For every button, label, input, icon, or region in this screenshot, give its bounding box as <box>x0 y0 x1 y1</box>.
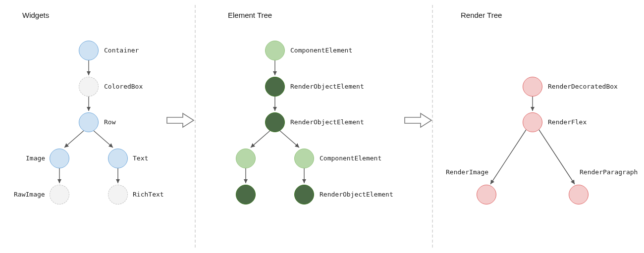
node-container <box>79 41 99 60</box>
node-componentelement-1 <box>265 41 285 60</box>
label-renderobjectelement-1: RenderObjectElement <box>290 83 364 90</box>
svg-line-9 <box>280 131 299 148</box>
divider-1 <box>195 5 196 248</box>
node-renderdecoratedbox <box>523 77 542 97</box>
svg-line-3 <box>94 131 113 148</box>
node-renderobjectelement-right <box>294 185 314 204</box>
node-text <box>108 149 128 168</box>
label-renderimage: RenderImage <box>446 168 488 176</box>
node-renderobjectelement-left <box>236 185 256 204</box>
node-renderimage <box>477 185 496 204</box>
diagram-canvas: Widgets Element Tree Render Tree <box>0 0 644 253</box>
label-componentelement-right: ComponentElement <box>320 154 381 162</box>
node-coloredbox <box>79 77 99 97</box>
label-renderparagraph: RenderParagraph <box>580 168 638 176</box>
svg-line-14 <box>539 130 575 184</box>
label-renderobjectelement-right: RenderObjectElement <box>320 191 393 198</box>
node-componentelement-right <box>294 149 314 168</box>
section-title-element-tree: Element Tree <box>228 11 272 19</box>
label-container: Container <box>104 47 139 54</box>
label-renderobjectelement-2: RenderObjectElement <box>290 118 364 126</box>
node-renderflex <box>523 112 542 132</box>
node-rawimage <box>50 185 69 204</box>
svg-line-13 <box>490 130 526 184</box>
node-renderparagraph <box>569 185 589 204</box>
label-row: Row <box>104 118 115 126</box>
svg-line-2 <box>64 131 84 148</box>
section-title-widgets: Widgets <box>22 11 49 19</box>
node-renderobjectelement-2 <box>265 112 285 132</box>
node-componentelement-left <box>236 149 256 168</box>
label-componentelement-1: ComponentElement <box>290 47 352 54</box>
label-image: Image <box>26 154 45 162</box>
label-richtext: RichText <box>133 191 164 198</box>
node-image <box>50 149 69 168</box>
label-renderflex: RenderFlex <box>548 118 587 126</box>
label-coloredbox: ColoredBox <box>104 83 143 90</box>
arrow-elements-to-render <box>404 111 432 129</box>
node-renderobjectelement-1 <box>265 77 285 97</box>
node-row <box>79 112 99 132</box>
label-renderdecoratedbox: RenderDecoratedBox <box>548 83 618 90</box>
arrow-widgets-to-elements <box>166 111 195 129</box>
label-text: Text <box>133 154 148 162</box>
label-rawimage: RawImage <box>14 191 45 198</box>
section-title-render-tree: Render Tree <box>461 11 502 19</box>
node-richtext <box>108 185 128 204</box>
svg-line-8 <box>251 131 270 148</box>
